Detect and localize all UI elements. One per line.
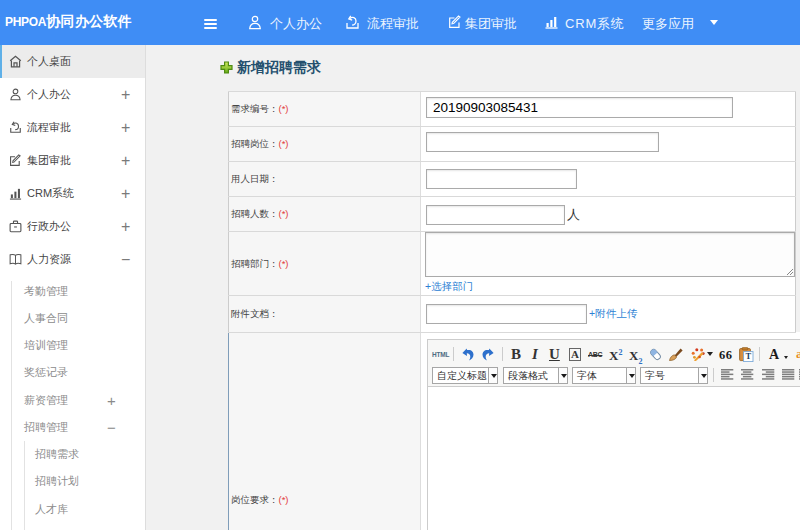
svg-text:T: T bbox=[745, 351, 751, 361]
